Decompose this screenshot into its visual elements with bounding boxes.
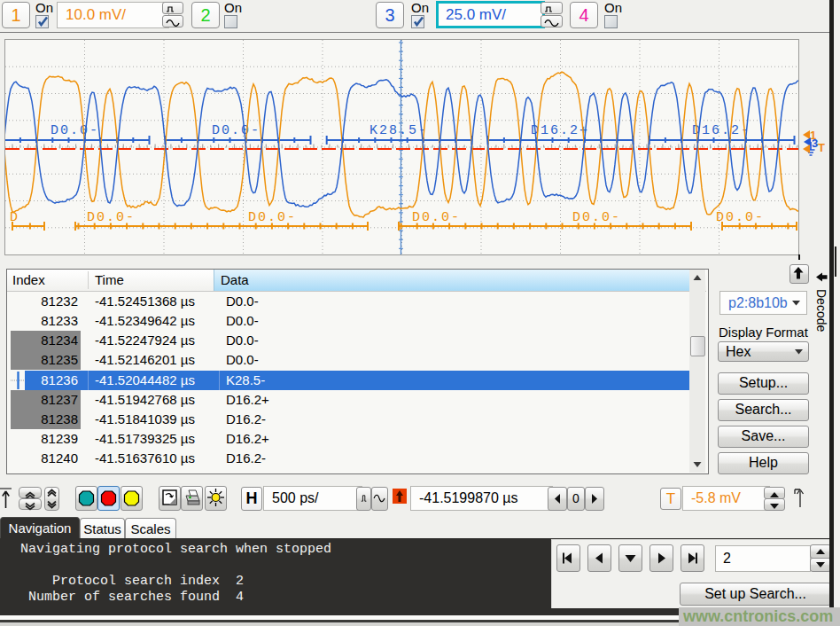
svg-text:D0.0-: D0.0- <box>412 210 461 225</box>
svg-text:D16.2+: D16.2+ <box>531 123 589 138</box>
svg-text:D0.0-: D0.0- <box>87 210 136 225</box>
svg-text:K28.5-: K28.5- <box>369 123 428 138</box>
svg-text:D0.0-: D0.0- <box>212 123 261 138</box>
svg-text:D16.2-: D16.2- <box>692 123 751 138</box>
svg-text:D0.0-: D0.0- <box>716 210 765 225</box>
svg-text:D0.0-: D0.0- <box>572 210 621 225</box>
svg-text:D0.0-: D0.0- <box>51 123 99 138</box>
svg-text:T: T <box>818 141 825 154</box>
svg-text:D0.0-: D0.0- <box>248 210 297 225</box>
